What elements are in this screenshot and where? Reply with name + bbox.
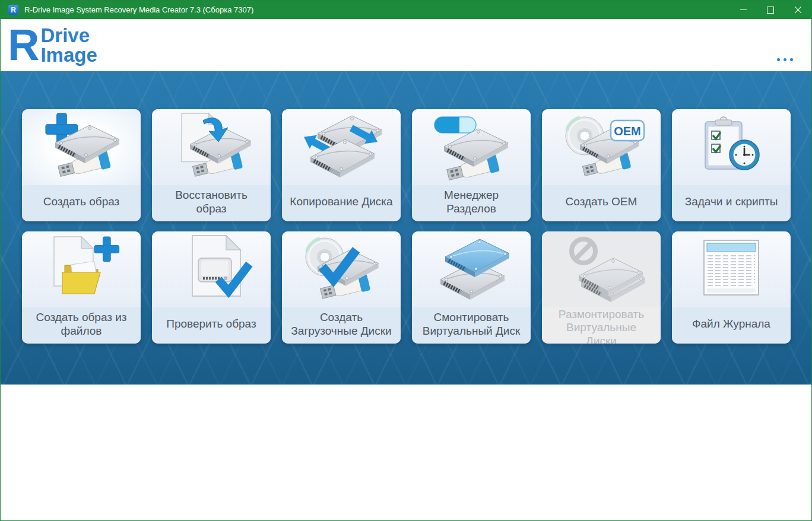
tile-label: Создать Загрузочные Диски — [290, 311, 392, 338]
maximize-button[interactable] — [757, 1, 784, 19]
more-menu-button[interactable] — [775, 56, 795, 63]
close-icon — [794, 6, 802, 14]
tile-label: Копирование Диска — [290, 195, 392, 208]
mount-virtual-disk-icon — [424, 234, 519, 304]
tile-label: Задачи и скрипты — [685, 195, 778, 208]
tile-create-oem[interactable]: OEM Создать OEM — [542, 109, 661, 221]
create-oem-icon: OEM — [554, 112, 649, 182]
tile-tasks-scripts[interactable]: Задачи и скрипты — [672, 109, 791, 221]
verify-image-icon — [164, 234, 259, 304]
tile-label: Восстановить образ — [160, 189, 262, 215]
log-file-icon — [684, 234, 779, 304]
r-drive-image-logo: R Drive Image — [8, 26, 97, 65]
app-window: R R-Drive Image System Recovery Media Cr… — [0, 0, 812, 521]
logo-word-drive: Drive — [40, 26, 97, 45]
image-from-files-icon — [34, 234, 129, 304]
oem-badge: OEM — [614, 125, 641, 138]
window-controls — [729, 1, 811, 19]
tile-label: Проверить образ — [166, 317, 256, 331]
more-menu-icon — [777, 58, 780, 61]
tile-label: Создать OEM — [566, 195, 637, 208]
tile-create-image[interactable]: Создать образ — [22, 109, 141, 221]
logo-word-image: Image — [40, 45, 97, 65]
app-icon: R — [8, 5, 18, 15]
minimize-icon — [740, 9, 747, 10]
tile-label: Создать образ из файлов — [30, 311, 132, 338]
restore-image-icon — [164, 112, 259, 182]
tile-verify-image[interactable]: Проверить образ — [152, 231, 271, 344]
tile-partition-manager[interactable]: Менеджер Разделов — [412, 109, 531, 221]
create-image-icon — [34, 112, 129, 182]
tile-label: Менеджер Разделов — [438, 189, 505, 215]
tile-create-bootable-disks[interactable]: Создать Загрузочные Диски — [282, 231, 401, 344]
tile-unmount-virtual-disks: Размонтировать Виртуальные Диски — [542, 231, 661, 344]
titlebar: R R-Drive Image System Recovery Media Cr… — [1, 1, 811, 19]
unmount-virtual-disks-icon — [554, 234, 649, 304]
tile-copy-disk[interactable]: Копирование Диска — [282, 109, 401, 221]
tile-restore-image[interactable]: Восстановить образ — [152, 109, 271, 221]
tile-mount-virtual-disk[interactable]: Смонтировать Виртуальный Диск — [412, 231, 531, 344]
minimize-button[interactable] — [729, 1, 757, 19]
tile-label: Смонтировать Виртуальный Диск — [420, 311, 522, 338]
header: R Drive Image — [1, 19, 811, 71]
tile-create-image-from-files[interactable]: Создать образ из файлов — [22, 231, 141, 344]
main-area: Создать образ Восстановить образ — [1, 71, 811, 385]
partition-manager-icon — [424, 112, 519, 182]
bootable-disks-icon — [294, 234, 389, 304]
tile-label: Размонтировать Виртуальные Диски — [550, 308, 652, 344]
content-area — [1, 385, 811, 520]
tasks-scripts-icon — [684, 112, 779, 182]
tile-grid: Создать образ Восстановить образ — [22, 109, 791, 344]
window-title: R-Drive Image System Recovery Media Crea… — [24, 5, 253, 14]
logo-r-glyph: R — [8, 26, 38, 64]
tile-log-file[interactable]: Файл Журнала — [672, 231, 791, 344]
tile-label: Создать образ — [43, 195, 120, 208]
copy-disk-icon — [294, 112, 389, 182]
tile-label: Файл Журнала — [692, 317, 770, 331]
close-button[interactable] — [784, 1, 811, 19]
maximize-icon — [767, 7, 774, 14]
